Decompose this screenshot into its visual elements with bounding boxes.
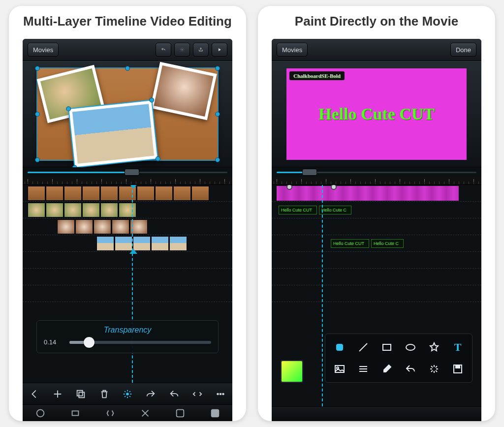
timeline-track-4[interactable]: [23, 235, 232, 252]
edit-toolbar-secondary: [23, 404, 232, 421]
timeline-track-2[interactable]: Hello Cute CUT Hello Cute C: [272, 202, 481, 218]
svg-rect-2: [77, 390, 83, 396]
timeline-track-1[interactable]: [272, 185, 481, 202]
play-icon: [217, 47, 222, 52]
tool-fill-rect[interactable]: [330, 339, 349, 356]
video-clip[interactable]: [277, 186, 459, 201]
svg-rect-11: [336, 344, 343, 351]
svg-rect-12: [383, 344, 391, 350]
card-title: Multi-Layer Timeline Video Editing: [9, 6, 246, 39]
back-button[interactable]: [28, 387, 41, 401]
transparency-value: 0.14: [44, 338, 63, 346]
svg-rect-1: [79, 392, 85, 397]
svg-point-4: [217, 393, 219, 395]
phone-frame: Movies Done Hello Cute CUT ChalkboardSE-…: [272, 39, 481, 421]
share-icon: [198, 47, 203, 52]
photo-3[interactable]: [69, 101, 157, 167]
movies-button[interactable]: Movies: [28, 43, 59, 57]
timeline[interactable]: Hello Cute CUT Hello Cute C Hello Cute C…: [272, 185, 481, 406]
svg-rect-9: [176, 409, 184, 417]
tool-lines[interactable]: [354, 361, 373, 377]
add-button[interactable]: [51, 387, 64, 401]
tool-line[interactable]: [354, 339, 373, 356]
text-clip[interactable]: Hello Cute C: [371, 239, 404, 248]
timeline-track-1[interactable]: [23, 185, 232, 202]
seek-bar[interactable]: [23, 167, 232, 177]
svg-rect-8: [72, 411, 78, 415]
top-toolbar: Movies: [23, 39, 232, 61]
phone-frame: Movies: [23, 39, 232, 421]
tool-undo[interactable]: [401, 361, 420, 377]
tool-ellipse[interactable]: [401, 339, 420, 356]
tool-d[interactable]: [138, 406, 152, 420]
text-clip[interactable]: Hello Cute CUT: [279, 206, 317, 214]
tool-a[interactable]: [33, 406, 47, 420]
gear-icon: [180, 47, 185, 52]
svg-point-7: [36, 409, 44, 417]
timeline-track-2[interactable]: [23, 202, 232, 218]
bottom-ruler: [272, 406, 481, 421]
tool-f[interactable]: [208, 406, 222, 420]
seek-handle[interactable]: [125, 169, 139, 176]
timeline-track-3[interactable]: [23, 218, 232, 235]
screenshot-left: Multi-Layer Timeline Video Editing Movie…: [9, 6, 246, 421]
redo-button[interactable]: [144, 387, 158, 401]
svg-rect-14: [335, 366, 344, 372]
paint-toolbox: T: [325, 334, 472, 383]
tool-star[interactable]: [425, 339, 443, 356]
canvas-text: Hello Cute CUT: [318, 105, 435, 123]
timeline-track-3[interactable]: Hello Cute CUT Hello Cute C: [272, 235, 481, 252]
svg-rect-17: [456, 365, 460, 368]
top-toolbar: Movies Done: [272, 39, 481, 61]
svg-point-13: [406, 344, 415, 350]
selected-clip-frame[interactable]: [37, 68, 218, 160]
tool-text[interactable]: T: [448, 339, 467, 356]
undo-icon: [161, 47, 166, 52]
slider-handle[interactable]: [84, 337, 94, 348]
paint-canvas[interactable]: Hello Cute CUT ChalkboardSE-Bold: [286, 68, 467, 160]
undo2-button[interactable]: [167, 387, 181, 401]
transparency-panel: Transparency 0.14: [36, 320, 219, 353]
tool-e[interactable]: [173, 406, 187, 420]
tool-c[interactable]: [103, 406, 117, 420]
delete-button[interactable]: [97, 387, 111, 401]
tool-save[interactable]: [448, 361, 467, 377]
timeline-ruler[interactable]: [272, 177, 481, 185]
fit-button[interactable]: [190, 387, 204, 401]
edit-toolbar: [23, 383, 232, 404]
tool-rect[interactable]: [378, 339, 396, 356]
text-clip[interactable]: Hello Cute C: [319, 206, 351, 214]
photo-2: [150, 62, 217, 120]
effects-button[interactable]: [121, 387, 134, 401]
transparency-slider[interactable]: [69, 341, 211, 344]
panel-title: Transparency: [44, 326, 211, 335]
svg-point-3: [126, 393, 129, 396]
tool-sparkle[interactable]: [425, 361, 443, 377]
card-title: Paint Directly on the Movie: [258, 6, 495, 39]
timeline[interactable]: Transparency 0.14: [23, 185, 232, 383]
seek-handle[interactable]: [302, 169, 317, 176]
share-button[interactable]: [193, 43, 209, 57]
playhead[interactable]: [322, 185, 323, 406]
preview-area[interactable]: [23, 61, 232, 167]
svg-point-6: [222, 393, 224, 395]
preview-area[interactable]: Hello Cute CUT ChalkboardSE-Bold: [272, 61, 481, 167]
done-button[interactable]: Done: [450, 43, 476, 57]
text-clip[interactable]: Hello Cute CUT: [331, 239, 369, 248]
svg-point-0: [182, 49, 183, 51]
undo-button[interactable]: [156, 43, 171, 57]
font-badge[interactable]: ChalkboardSE-Bold: [289, 71, 345, 80]
svg-point-5: [220, 393, 221, 395]
tool-image[interactable]: [330, 361, 349, 377]
tool-eraser[interactable]: [378, 361, 396, 377]
movies-button[interactable]: Movies: [277, 43, 308, 57]
tool-b[interactable]: [68, 406, 82, 420]
more-button[interactable]: [214, 387, 227, 401]
timeline-ruler[interactable]: [23, 177, 232, 185]
play-button[interactable]: [212, 43, 227, 57]
color-swatch[interactable]: [281, 360, 303, 383]
settings-button[interactable]: [174, 43, 190, 57]
screenshot-right: Paint Directly on the Movie Movies Done …: [258, 6, 495, 421]
seek-bar[interactable]: [272, 167, 481, 177]
copy-button[interactable]: [74, 387, 88, 401]
